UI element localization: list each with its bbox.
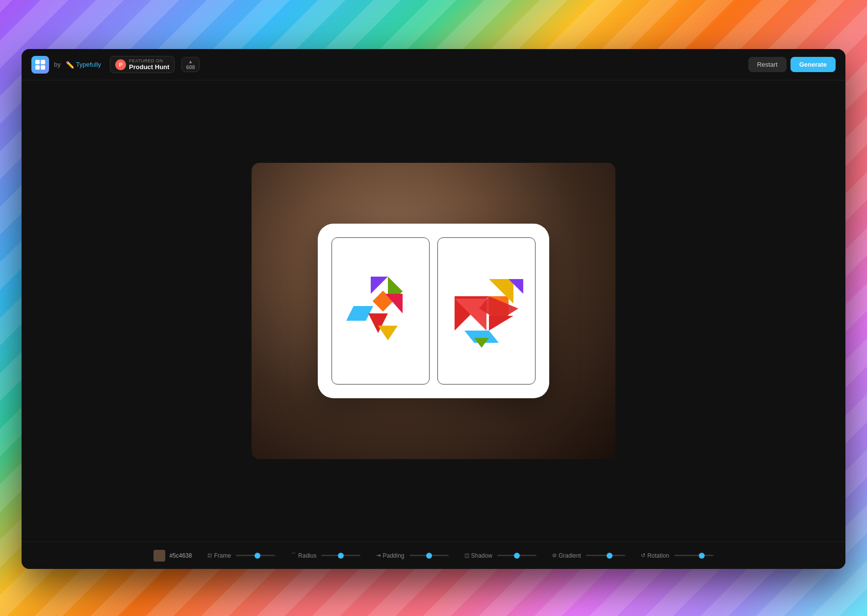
padding-slider-thumb[interactable] bbox=[426, 553, 432, 559]
app-icon bbox=[31, 56, 49, 74]
gradient-control: ⊘ Gradient bbox=[552, 552, 625, 559]
restart-button[interactable]: Restart bbox=[748, 57, 787, 72]
upvote-badge[interactable]: ▲ 608 bbox=[181, 57, 199, 72]
typefully-link[interactable]: ✏️ Typefully bbox=[66, 61, 101, 69]
white-card-container bbox=[318, 224, 549, 398]
padding-label: ⇥ Padding bbox=[376, 552, 404, 559]
shadow-slider-thumb[interactable] bbox=[514, 553, 520, 559]
tangram-card-2 bbox=[437, 237, 536, 385]
rotation-control: ↺ Rotation bbox=[641, 552, 714, 559]
radius-label: ⌒ Radius bbox=[291, 552, 316, 559]
color-hex: #5c4638 bbox=[169, 552, 192, 559]
tangram-card-1 bbox=[332, 237, 430, 385]
radius-slider-thumb[interactable] bbox=[338, 553, 344, 559]
shadow-label: ◫ Shadow bbox=[464, 552, 492, 559]
frame-icon: ⊡ bbox=[207, 552, 212, 559]
upvote-count: 608 bbox=[186, 64, 195, 70]
gradient-slider-thumb[interactable] bbox=[607, 553, 612, 559]
shadow-icon: ◫ bbox=[464, 552, 469, 559]
frame-slider-thumb[interactable] bbox=[255, 553, 260, 559]
toolbar: #5c4638 ⊡ Frame ⌒ Radius ⇥ bbox=[22, 541, 845, 569]
generate-button[interactable]: Generate bbox=[790, 57, 836, 72]
topbar-right: Restart Generate bbox=[748, 57, 836, 72]
ph-text-group: FEATURED ON Product Hunt bbox=[129, 58, 169, 71]
frame-control: ⊡ Frame bbox=[207, 552, 275, 559]
by-label: by bbox=[54, 61, 61, 68]
svg-marker-0 bbox=[371, 277, 388, 294]
frame-background bbox=[252, 163, 615, 459]
rotation-slider-thumb[interactable] bbox=[699, 553, 705, 559]
typefully-label: Typefully bbox=[76, 61, 101, 68]
padding-icon: ⇥ bbox=[376, 552, 381, 559]
rotation-slider-track[interactable] bbox=[674, 555, 714, 556]
shadow-control: ◫ Shadow bbox=[464, 552, 536, 559]
svg-marker-6 bbox=[378, 326, 398, 340]
main-window: by ✏️ Typefully P FEATURED ON Product Hu… bbox=[22, 49, 845, 569]
topbar: by ✏️ Typefully P FEATURED ON Product Hu… bbox=[22, 49, 845, 80]
ph-logo: P bbox=[115, 59, 126, 70]
padding-slider-track[interactable] bbox=[409, 555, 449, 556]
canvas-area bbox=[22, 80, 845, 541]
ph-featured-label: FEATURED ON bbox=[129, 58, 169, 63]
frame-slider-track[interactable] bbox=[236, 555, 275, 556]
gradient-label: ⊘ Gradient bbox=[552, 552, 581, 559]
product-hunt-badge[interactable]: P FEATURED ON Product Hunt bbox=[110, 56, 175, 73]
ph-name-label: Product Hunt bbox=[129, 63, 169, 71]
color-swatch[interactable] bbox=[153, 550, 165, 562]
topbar-left: by ✏️ Typefully P FEATURED ON Product Hu… bbox=[31, 56, 200, 74]
rotation-icon: ↺ bbox=[641, 552, 645, 559]
radius-icon: ⌒ bbox=[291, 552, 296, 559]
tangram-svg-1 bbox=[344, 267, 417, 355]
pen-icon: ✏️ bbox=[66, 61, 74, 69]
tangram-svg-2 bbox=[450, 267, 523, 355]
gradient-icon: ⊘ bbox=[552, 552, 557, 559]
frame-label: ⊡ Frame bbox=[207, 552, 231, 559]
rotation-label: ↺ Rotation bbox=[641, 552, 669, 559]
radius-slider-track[interactable] bbox=[321, 555, 360, 556]
shadow-slider-track[interactable] bbox=[497, 555, 536, 556]
upvote-arrow-icon: ▲ bbox=[188, 59, 193, 64]
padding-control: ⇥ Padding bbox=[376, 552, 448, 559]
color-group[interactable]: #5c4638 bbox=[153, 550, 192, 562]
radius-control: ⌒ Radius bbox=[291, 552, 360, 559]
gradient-slider-track[interactable] bbox=[586, 555, 625, 556]
app-icon-grid bbox=[35, 60, 45, 70]
